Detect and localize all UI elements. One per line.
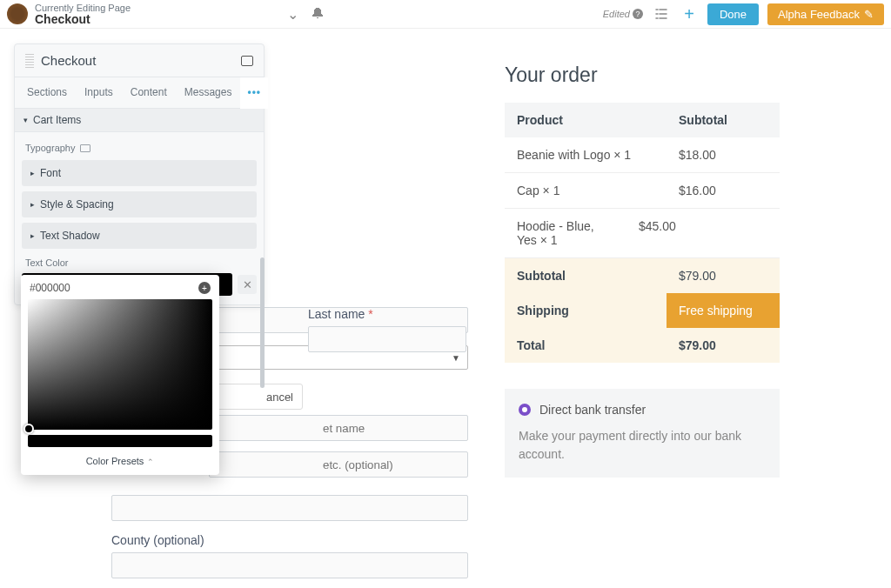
subtotal-value: $79.00 xyxy=(667,258,780,293)
county-label: County (optional) xyxy=(111,533,468,547)
scrollbar[interactable] xyxy=(260,257,265,388)
tab-more[interactable]: ••• xyxy=(240,77,268,109)
app-logo xyxy=(7,3,28,24)
page-title: Checkout xyxy=(35,13,131,25)
panel-title: Checkout xyxy=(41,53,241,68)
order-item-name: Cap × 1 xyxy=(505,173,667,208)
payment-description: Make your payment directly into our bank… xyxy=(519,427,766,464)
tab-messages[interactable]: Messages xyxy=(176,77,241,108)
typography-label: Typography xyxy=(22,141,257,160)
chevron-down-icon[interactable]: ⌄ xyxy=(287,6,298,23)
drag-handle-icon[interactable] xyxy=(25,54,34,68)
subsection-cart-items[interactable]: ▾Cart Items xyxy=(15,109,264,132)
sv-handle[interactable] xyxy=(23,424,34,434)
settings-panel: Checkout Sections Inputs Content Message… xyxy=(14,43,265,305)
county-input[interactable] xyxy=(111,552,468,578)
tab-sections[interactable]: Sections xyxy=(18,77,76,108)
hex-value[interactable]: #000000 xyxy=(30,282,70,294)
total-label: Total xyxy=(505,328,667,363)
city-input[interactable] xyxy=(111,495,468,521)
order-item-price: $18.00 xyxy=(667,137,780,172)
apt-input[interactable] xyxy=(209,451,468,478)
outline-icon[interactable] xyxy=(652,4,671,23)
color-presets-toggle[interactable]: Color Presets⌃ xyxy=(28,447,212,466)
saturation-value-area[interactable] xyxy=(28,299,212,430)
clear-color-button[interactable]: ✕ xyxy=(238,275,257,294)
add-preset-button[interactable]: + xyxy=(198,282,211,294)
tab-content[interactable]: Content xyxy=(122,77,176,108)
subtotal-header: Subtotal xyxy=(667,103,780,137)
order-title: Your order xyxy=(505,63,780,87)
subtotal-label: Subtotal xyxy=(505,258,667,293)
payment-method-label: Direct bank transfer xyxy=(539,403,646,417)
chevron-down-icon: ▾ xyxy=(23,116,28,124)
shipping-value: Free shipping xyxy=(667,293,780,328)
product-header: Product xyxy=(505,103,667,137)
alpha-feedback-button[interactable]: Alpha Feedback✎ xyxy=(767,3,884,25)
radio-selected-icon[interactable] xyxy=(519,404,531,416)
hue-slider[interactable] xyxy=(28,435,212,447)
cancel-button[interactable]: ancel xyxy=(207,384,303,410)
order-item-price: $45.00 xyxy=(626,209,740,257)
done-button[interactable]: Done xyxy=(707,3,759,25)
desktop-icon[interactable] xyxy=(80,144,90,152)
accordion-font[interactable]: ▸Font xyxy=(22,160,257,186)
order-item-price: $16.00 xyxy=(667,173,780,208)
shipping-label: Shipping xyxy=(505,293,667,328)
accordion-text-shadow[interactable]: ▸Text Shadow xyxy=(22,223,257,249)
maximize-icon[interactable] xyxy=(241,56,253,66)
accordion-style-spacing[interactable]: ▸Style & Spacing xyxy=(22,191,257,217)
help-icon[interactable]: ? xyxy=(633,9,643,19)
text-color-label: Text Color xyxy=(22,254,257,273)
color-picker-popover: #000000 + Color Presets⌃ xyxy=(21,275,219,475)
chevron-right-icon: ▸ xyxy=(30,169,35,177)
order-item-name: Beanie with Logo × 1 xyxy=(505,137,667,172)
add-icon[interactable]: + xyxy=(680,4,699,23)
edit-icon: ✎ xyxy=(864,8,874,21)
order-item-name: Hoodie - Blue, Yes × 1 xyxy=(505,209,626,257)
last-name-label: Last name * xyxy=(308,307,466,321)
chevron-right-icon: ▸ xyxy=(30,200,35,209)
last-name-input[interactable] xyxy=(308,326,466,352)
edited-indicator: Edited ? xyxy=(603,9,643,19)
chevron-right-icon: ▸ xyxy=(30,231,35,240)
total-value: $79.00 xyxy=(667,328,780,363)
tab-inputs[interactable]: Inputs xyxy=(76,77,122,108)
chevron-up-icon: ⌃ xyxy=(147,458,154,466)
bell-icon[interactable]: 🔔︎ xyxy=(311,6,325,22)
street-input[interactable] xyxy=(209,415,468,441)
